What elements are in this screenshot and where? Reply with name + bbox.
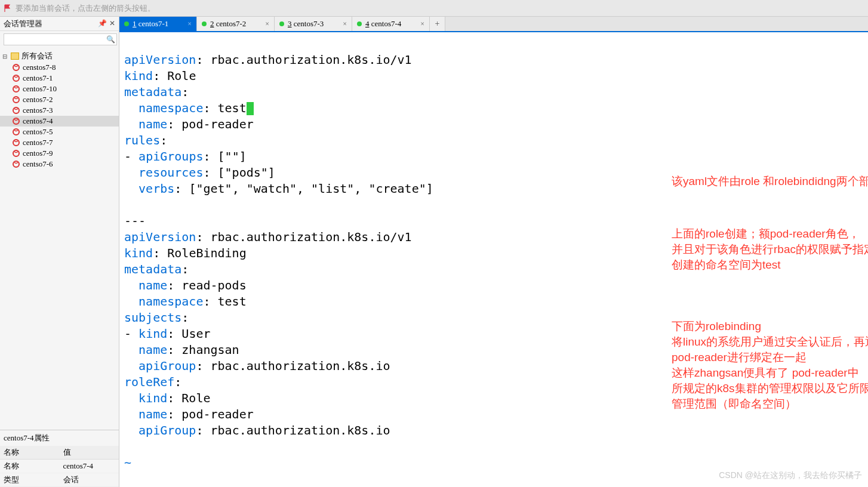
svg-point-8: [13, 150, 19, 156]
property-row: 名称centos7-4: [0, 460, 119, 473]
session-label: centos7-10: [23, 84, 57, 94]
session-item[interactable]: centos7-5: [0, 127, 119, 137]
session-icon: [12, 160, 20, 168]
session-label: centos7-9: [23, 149, 53, 158]
collapse-icon[interactable]: ⊟: [2, 53, 8, 60]
session-label: centos7-3: [23, 106, 53, 115]
session-sidebar: 会话管理器 📌 ✕ 🔍 ⊟ 所有会话 censtos7-8centos7-1ce…: [0, 17, 119, 487]
top-hint-bar: 要添加当前会话，点击左侧的箭头按钮。: [0, 0, 868, 17]
tab-close-icon[interactable]: ×: [343, 20, 347, 29]
terminal-editor[interactable]: apiVersion: rbac.authorization.k8s.io/v1…: [119, 32, 868, 487]
watermark-text: CSDN @站在这别动，我去给你买橘子: [719, 467, 862, 483]
session-icon: [12, 106, 20, 115]
session-item[interactable]: centos7-4: [0, 116, 119, 127]
annotation-2: 上面的role创建；额pod-reader角色，并且对于该角色进行rbac的权限…: [672, 226, 868, 273]
session-icon: [12, 63, 20, 72]
sidebar-header: 会话管理器 📌 ✕: [0, 17, 119, 31]
session-icon: [12, 117, 20, 125]
tab-add-button[interactable]: +: [430, 17, 445, 31]
prop-header-value: 值: [60, 446, 119, 460]
session-item[interactable]: centos7-7: [0, 137, 119, 148]
session-label: centos7-4: [23, 116, 53, 126]
status-dot-icon: [124, 21, 129, 26]
session-icon: [12, 149, 20, 158]
svg-point-9: [13, 161, 19, 167]
session-item[interactable]: centos7-10: [0, 84, 119, 94]
session-label: centos7-5: [23, 127, 53, 137]
svg-point-3: [13, 97, 19, 103]
tab[interactable]: 1 centos7-1×: [119, 17, 197, 31]
svg-point-5: [13, 118, 19, 124]
session-label: centso7-6: [23, 159, 53, 169]
sidebar-title: 会话管理器: [4, 19, 42, 29]
folder-icon: [11, 53, 19, 60]
tab[interactable]: 2 centos7-2×: [197, 17, 275, 31]
cursor-block: [247, 102, 254, 115]
tab-close-icon[interactable]: ×: [187, 20, 192, 29]
session-icon: [12, 138, 20, 147]
search-input[interactable]: [4, 33, 117, 45]
status-dot-icon: [202, 21, 207, 26]
pin-icon[interactable]: 📌: [98, 19, 107, 28]
annotation-3: 下面为rolebinding将linux的系统用户通过安全认证后，再通过认证与p…: [672, 319, 868, 412]
tab-close-icon[interactable]: ×: [420, 20, 424, 29]
close-icon[interactable]: ✕: [109, 19, 115, 28]
tab[interactable]: 4 centos7-4×: [352, 17, 430, 31]
property-row: 类型会话: [0, 473, 119, 487]
session-label: centos7-7: [23, 138, 53, 147]
svg-point-7: [13, 140, 19, 146]
tab[interactable]: 3 centos7-3×: [275, 17, 352, 31]
prop-key: 类型: [0, 473, 60, 487]
prop-value: 会话: [60, 473, 119, 487]
session-item[interactable]: centos7-2: [0, 94, 119, 105]
session-label: centos7-1: [23, 73, 53, 83]
prop-key: 名称: [0, 460, 60, 473]
tab-bar: 1 centos7-1×2 centos7-2×3 centos7-3×4 ce…: [119, 17, 868, 32]
svg-point-6: [13, 129, 19, 135]
tree-root-label: 所有会话: [21, 51, 53, 61]
top-hint-text: 要添加当前会话，点击左侧的箭头按钮。: [16, 3, 155, 14]
properties-panel: centos7-4属性 名称 值 名称centos7-4类型会话: [0, 430, 119, 487]
annotation-1: 该yaml文件由role 和rolebindidng两个部分组成: [672, 174, 868, 189]
session-tree: ⊟ 所有会话 censtos7-8centos7-1centos7-10cent…: [0, 48, 119, 430]
session-item[interactable]: centos7-1: [0, 73, 119, 84]
svg-point-0: [13, 64, 19, 70]
session-icon: [12, 95, 20, 104]
prop-header-name: 名称: [0, 446, 60, 460]
properties-title: centos7-4属性: [0, 430, 119, 446]
sidebar-search: 🔍: [0, 31, 119, 48]
flag-icon: [4, 4, 12, 13]
tab-close-icon[interactable]: ×: [265, 20, 269, 29]
svg-point-4: [13, 107, 19, 113]
session-icon: [12, 128, 20, 136]
tree-root[interactable]: ⊟ 所有会话: [0, 50, 119, 62]
svg-point-2: [13, 86, 19, 92]
session-item[interactable]: centos7-3: [0, 105, 119, 116]
svg-point-1: [13, 75, 19, 81]
session-item[interactable]: censtos7-8: [0, 62, 119, 73]
session-label: centos7-2: [23, 95, 53, 104]
session-item[interactable]: centos7-9: [0, 148, 119, 159]
session-icon: [12, 74, 20, 82]
main-area: 1 centos7-1×2 centos7-2×3 centos7-3×4 ce…: [119, 17, 868, 487]
status-dot-icon: [357, 21, 362, 26]
session-item[interactable]: centso7-6: [0, 159, 119, 169]
session-icon: [12, 85, 20, 93]
prop-value: centos7-4: [60, 460, 119, 473]
status-dot-icon: [279, 21, 284, 26]
session-label: censtos7-8: [23, 63, 56, 72]
